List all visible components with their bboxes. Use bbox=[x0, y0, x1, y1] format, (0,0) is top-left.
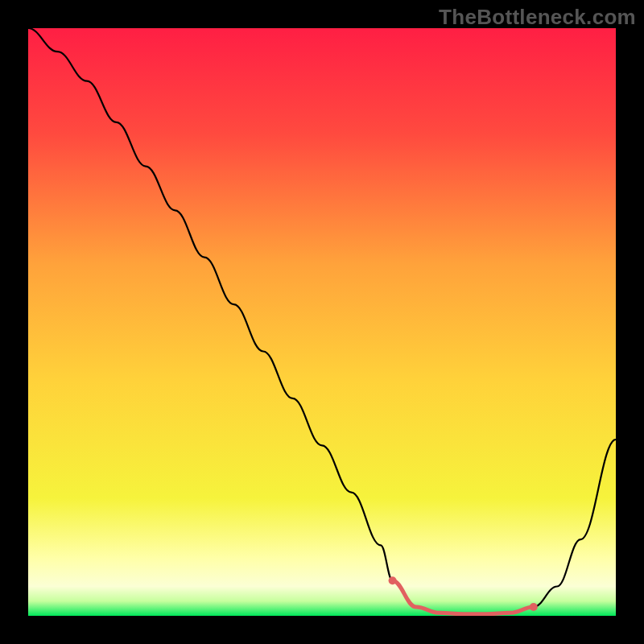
chart-plot-area bbox=[28, 28, 616, 616]
watermark-label: TheBottleneck.com bbox=[439, 5, 636, 30]
bottleneck-curve-chart bbox=[28, 28, 616, 616]
optimal-range-end-marker bbox=[530, 603, 538, 611]
gradient-background bbox=[28, 28, 616, 616]
optimal-range-start-marker bbox=[389, 576, 397, 584]
